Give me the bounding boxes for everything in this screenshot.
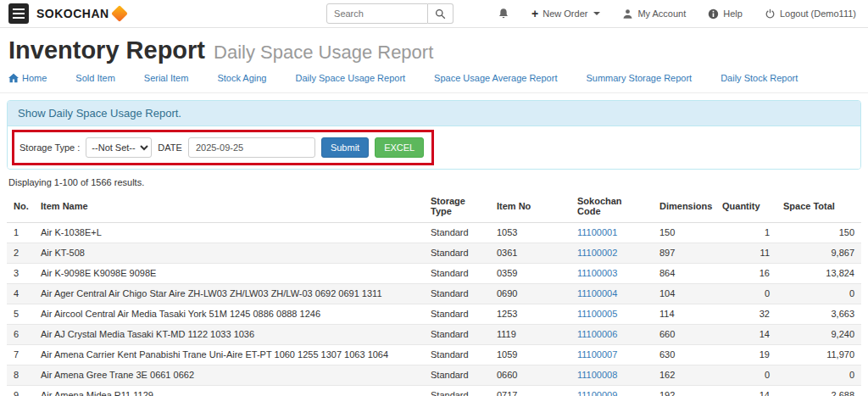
search-group	[326, 3, 453, 24]
sokochan-code-link[interactable]: 11100002	[577, 248, 617, 258]
cell-item-no: 0359	[490, 264, 570, 284]
my-account-link[interactable]: My Account	[622, 8, 686, 20]
cell-dimensions: 104	[653, 284, 715, 304]
cell-item-name: Air KT-508	[34, 243, 424, 264]
nav-item-daily-stock-report[interactable]: Daily Stock Report	[721, 73, 798, 83]
nav-item-daily-space-usage-report[interactable]: Daily Space Usage Report	[295, 73, 405, 83]
cell-no: 3	[7, 264, 34, 284]
cell-storage-type: Standard	[424, 243, 490, 264]
cell-no: 9	[7, 386, 34, 396]
panel-heading: Show Daily Space Usage Report.	[8, 101, 860, 126]
search-button[interactable]	[428, 3, 453, 24]
table-row: 2 Air KT-508 Standard 0361 11100002 897 …	[7, 243, 861, 264]
cell-space-total: 3,663	[776, 304, 861, 325]
cell-item-name: Air Ager Central Air Chigo Star Aire ZH-…	[34, 284, 424, 304]
cell-item-name: Air Amena Carrier Kent Panabishi Trane U…	[34, 345, 424, 365]
notifications-button[interactable]	[498, 8, 509, 20]
cell-space-total: 2,688	[776, 386, 861, 396]
bell-icon	[498, 8, 509, 20]
nav-item-home[interactable]: Home	[8, 73, 47, 83]
cell-no: 8	[7, 365, 34, 386]
cell-storage-type: Standard	[424, 304, 490, 325]
nav-item-label: Stock Aging	[217, 73, 266, 83]
sokochan-code-link[interactable]: 11100001	[577, 227, 617, 237]
logo[interactable]: SOKOCHAN	[36, 7, 125, 20]
date-input[interactable]	[188, 137, 315, 158]
cell-quantity: 32	[715, 304, 776, 325]
report-nav: Home Sold Item Serial Item Stock Aging D…	[0, 65, 868, 93]
cell-dimensions: 897	[653, 243, 715, 264]
hamburger-menu-button[interactable]	[8, 3, 29, 24]
nav-item-label: Summary Storage Report	[586, 73, 692, 83]
logout-link[interactable]: Logout (Demo111)	[765, 8, 856, 20]
nav-item-serial-item[interactable]: Serial Item	[144, 73, 189, 83]
header-storage-type: Storage Type	[424, 190, 490, 223]
cell-storage-type: Standard	[424, 325, 490, 345]
cell-dimensions: 114	[653, 304, 715, 325]
date-label: DATE	[158, 142, 182, 153]
nav-item-label: Home	[22, 73, 47, 83]
cell-item-no: 0717	[490, 386, 570, 396]
header-quantity: Quantity	[715, 190, 776, 223]
header-item-name: Item Name	[34, 190, 424, 223]
filter-form: Storage Type : --Not Set-- DATE Submit E…	[19, 137, 424, 158]
nav-item-sold-item[interactable]: Sold Item	[75, 73, 114, 83]
nav-item-stock-aging[interactable]: Stock Aging	[217, 73, 266, 83]
nav-item-space-usage-average-report[interactable]: Space Usage Average Report	[434, 73, 557, 83]
cell-space-total: 0	[776, 284, 861, 304]
search-icon	[435, 8, 446, 20]
page-subtitle: Daily Space Usage Report	[214, 42, 433, 63]
cell-quantity: 16	[715, 264, 776, 284]
cell-storage-type: Standard	[424, 284, 490, 304]
table-row: 5 Air Aircool Central Air Media Tasaki Y…	[7, 304, 861, 325]
nav-item-label: Daily Space Usage Report	[295, 73, 405, 83]
cell-quantity: 11	[715, 243, 776, 264]
submit-button[interactable]: Submit	[321, 137, 369, 158]
cell-dimensions: 630	[653, 345, 715, 365]
topbar-right: + New Order My Account Help Logout (Demo…	[498, 8, 856, 20]
table-row: 4 Air Ager Central Air Chigo Star Aire Z…	[7, 284, 861, 304]
new-order-dropdown[interactable]: + New Order	[531, 8, 600, 20]
cell-item-no: 1253	[490, 304, 570, 325]
page-header: Inventory ReportDaily Space Usage Report	[0, 28, 868, 65]
nav-item-summary-storage-report[interactable]: Summary Storage Report	[586, 73, 692, 83]
storage-type-select[interactable]: --Not Set--	[86, 137, 152, 158]
cell-no: 4	[7, 284, 34, 304]
cell-item-name: Air K-9098E K9098E 9098E	[34, 264, 424, 284]
cell-quantity: 0	[715, 365, 776, 386]
cell-item-no: 0690	[490, 284, 570, 304]
cell-quantity: 19	[715, 345, 776, 365]
plus-icon: +	[531, 8, 538, 20]
sokochan-code-link[interactable]: 11100006	[577, 329, 617, 339]
sokochan-code-link[interactable]: 11100008	[577, 370, 617, 380]
cell-storage-type: Standard	[424, 365, 490, 386]
help-link[interactable]: Help	[708, 8, 743, 20]
cell-quantity: 0	[715, 284, 776, 304]
sokochan-code-link[interactable]: 11100005	[577, 309, 617, 319]
sokochan-code-link[interactable]: 11100007	[577, 349, 617, 360]
table-row: 8 Air Amena Gree Trane 3E 0661 0662 Stan…	[7, 365, 861, 386]
cell-space-total: 0	[776, 365, 861, 386]
cell-item-no: 1119	[490, 325, 570, 345]
excel-button[interactable]: EXCEL	[375, 137, 424, 158]
cell-item-name: Air Aircool Central Air Media Tasaki Yor…	[34, 304, 424, 325]
cell-storage-type: Standard	[424, 223, 490, 243]
table-row: 6 Air AJ Crystal Media Tasaki KT-MD 1122…	[7, 325, 861, 345]
cell-no: 5	[7, 304, 34, 325]
cell-space-total: 9,240	[776, 325, 861, 345]
sokochan-code-link[interactable]: 11100003	[577, 268, 617, 278]
cell-no: 1	[7, 223, 34, 243]
sokochan-code-link[interactable]: 11100009	[577, 390, 617, 396]
results-table: No. Item Name Storage Type Item No Sokoc…	[7, 190, 861, 396]
cell-no: 7	[7, 345, 34, 365]
home-icon	[8, 73, 19, 83]
cell-dimensions: 162	[653, 365, 715, 386]
table-row: 7 Air Amena Carrier Kent Panabishi Trane…	[7, 345, 861, 365]
cell-storage-type: Standard	[424, 345, 490, 365]
search-input[interactable]	[326, 3, 428, 24]
cell-dimensions: 192	[653, 386, 715, 396]
help-label: Help	[723, 8, 743, 19]
nav-item-label: Space Usage Average Report	[434, 73, 557, 83]
sokochan-code-link[interactable]: 11100004	[577, 288, 617, 298]
new-order-label: New Order	[542, 8, 587, 19]
